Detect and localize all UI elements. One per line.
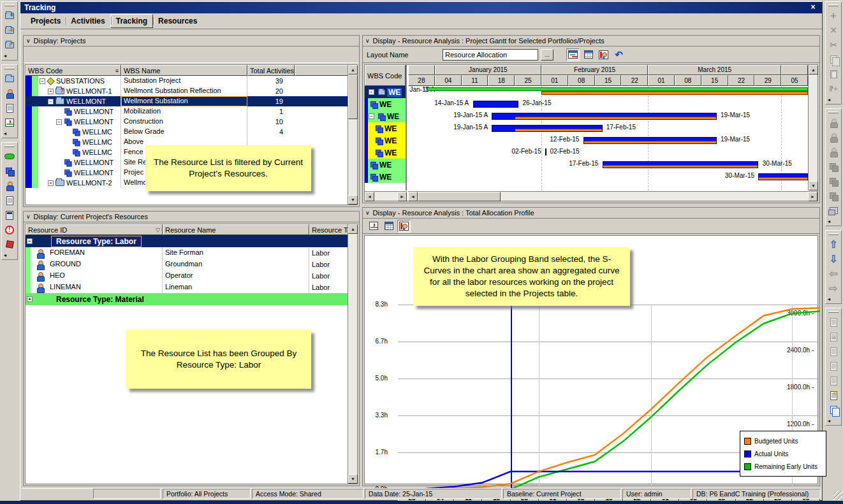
undo-button[interactable]: ↶: [612, 48, 626, 61]
timeline-week[interactable]: 01: [541, 75, 568, 86]
copy-picture-button[interactable]: [826, 403, 840, 417]
new-project-button[interactable]: +: [3, 9, 17, 22]
scroll-up-icon[interactable]: ▲: [348, 224, 358, 234]
timeline-week[interactable]: 22: [621, 75, 648, 86]
timeline-week[interactable]: 15: [595, 75, 622, 86]
timeline-week[interactable]: 15: [701, 75, 728, 86]
toolbar-collapse-icon[interactable]: ◂: [2, 53, 17, 59]
report-2-button[interactable]: ➜: [826, 330, 840, 343]
assign-activity-codes-button[interactable]: ➜: [826, 160, 840, 173]
scroll-thumb[interactable]: [348, 75, 358, 119]
resource-profile-view-button[interactable]: [397, 220, 411, 233]
expand-icon[interactable]: +: [27, 296, 33, 302]
col-header-resource-name[interactable]: Resource Name: [163, 224, 309, 235]
spreadsheet-view-button[interactable]: [582, 48, 595, 61]
toolbar-collapse-icon[interactable]: ◂: [826, 296, 841, 303]
timeline-week[interactable]: 01: [648, 75, 675, 86]
group-band-material[interactable]: +Resource Type: Material: [26, 293, 348, 305]
resource-row-foreman[interactable]: FOREMANSite FormanLabor: [26, 247, 348, 259]
col-header-spacer[interactable]: [295, 65, 352, 76]
expand-icon[interactable]: +: [48, 180, 54, 186]
col-header-resource-id[interactable]: Resource ID▽: [26, 224, 163, 235]
expand-icon[interactable]: +: [48, 89, 54, 94]
toolbar-collapse-icon[interactable]: ◂: [826, 219, 841, 225]
gantt-view-button[interactable]: [566, 48, 580, 61]
scroll-left-icon[interactable]: ◄: [365, 192, 374, 201]
cut-button[interactable]: ✂: [826, 38, 840, 52]
resources-vertical-scrollbar[interactable]: ▲ ▼: [348, 224, 357, 484]
timeline-week[interactable]: 29: [754, 75, 781, 86]
collapse-icon[interactable]: −: [40, 78, 45, 84]
wbs-row-wellmc[interactable]: WELLMCBelow Grade4: [26, 127, 348, 137]
timeline-week[interactable]: 04: [435, 75, 462, 86]
resources-button[interactable]: [3, 87, 17, 100]
remove-resource-button[interactable]: ✕: [826, 131, 840, 144]
timeline-week[interactable]: 22: [728, 75, 755, 86]
gantt-wbs-row[interactable]: WE: [365, 159, 406, 171]
toolbar-collapse-icon[interactable]: ◂: [826, 97, 841, 103]
profile-panel-header[interactable]: ∨ Display - Resource Analysis : Total Al…: [363, 208, 819, 219]
collapse-icon[interactable]: −: [48, 99, 54, 104]
assign-role-button[interactable]: [826, 145, 840, 159]
projects-button[interactable]: [3, 72, 17, 85]
open-project-button[interactable]: ➜: [3, 24, 17, 37]
filter-icon[interactable]: ▽: [156, 227, 160, 233]
report-wizard-button[interactable]: ★: [826, 389, 840, 402]
timeline-week[interactable]: 28: [408, 75, 435, 86]
timeline-week[interactable]: 11: [462, 75, 488, 86]
export-project-button[interactable]: ↱: [3, 38, 17, 52]
scroll-up-icon[interactable]: ▲: [348, 65, 358, 75]
wbs-row-substations[interactable]: −SUBSTATIONSSubstation Project39: [26, 76, 348, 86]
resize-grip[interactable]: [833, 491, 842, 500]
tab-projects[interactable]: Projects: [26, 15, 66, 27]
move-down-button[interactable]: ⇩: [826, 252, 840, 266]
cost-calculator-button[interactable]: [3, 208, 17, 222]
gantt-bar-row[interactable]: 19-Jan-15 A17-Feb-15: [408, 122, 808, 134]
insert-button[interactable]: ⁋+: [826, 82, 840, 96]
issues-button[interactable]: !: [3, 223, 17, 236]
tab-activities[interactable]: Activities: [66, 15, 110, 27]
chart-view-button[interactable]: [367, 220, 380, 233]
report-4-button[interactable]: [826, 359, 840, 373]
timeline-week[interactable]: 25: [515, 75, 541, 86]
timeline-week[interactable]: 08: [675, 75, 701, 86]
timeline-week[interactable]: 18: [488, 75, 515, 86]
move-left-button[interactable]: ⇦: [826, 267, 840, 280]
gantt-wbs-row[interactable]: WE: [365, 171, 406, 183]
gantt-wbs-row[interactable]: −WE: [365, 110, 406, 122]
gantt-bar-row[interactable]: 17-Feb-1530-Mar-15: [408, 159, 808, 171]
activities-button[interactable]: [3, 150, 17, 163]
wbs-row-wellmont-1[interactable]: +?WELLMONT-1Wellmont Substation Reflecti…: [26, 86, 348, 96]
gantt-bar-row[interactable]: 30-Mar-15: [408, 171, 808, 183]
assign-successor-button[interactable]: ↦: [826, 189, 840, 203]
report-3-button[interactable]: [826, 345, 840, 358]
spreadsheet-view-button[interactable]: [382, 220, 395, 233]
tab-tracking[interactable]: Tracking: [110, 14, 153, 28]
gantt-bar-row[interactable]: 02-Feb-1502-Feb-15: [408, 147, 808, 159]
scroll-thumb[interactable]: [418, 192, 501, 201]
timeline-month[interactable]: March 2015: [648, 65, 781, 75]
toolbar-collapse-icon[interactable]: ◂: [826, 418, 841, 424]
resource-row-heo[interactable]: HEOOperatorLabor: [26, 270, 348, 282]
scroll-right-icon[interactable]: ►: [808, 192, 817, 201]
gantt-bar-row[interactable]: Jan-15 A▽: [408, 86, 808, 98]
toolbar-collapse-icon[interactable]: ◂: [2, 252, 17, 259]
delete-button[interactable]: ✕: [826, 24, 840, 37]
scroll-right-icon[interactable]: ►: [397, 192, 407, 201]
report-1-button[interactable]: [826, 315, 840, 329]
gantt-vertical-scrollbar[interactable]: ▲ ▼: [808, 65, 817, 191]
move-up-button[interactable]: ⇧: [826, 238, 840, 251]
resource-view-button[interactable]: [597, 48, 610, 61]
scroll-down-icon[interactable]: ▼: [348, 195, 358, 205]
group-band-labor[interactable]: −Resource Type: Labor: [26, 235, 348, 247]
timeline-month[interactable]: January 2015: [435, 65, 541, 75]
resource-row-ground[interactable]: GROUNDGroundmanLabor: [26, 259, 348, 270]
collapse-icon[interactable]: −: [369, 113, 374, 119]
scroll-left-icon[interactable]: ◄: [408, 192, 418, 201]
gantt-wbs-row[interactable]: WE: [365, 122, 406, 134]
projects-vertical-scrollbar[interactable]: ▲ ▼: [348, 65, 357, 205]
assign-resource-button[interactable]: [826, 116, 840, 129]
wbs-button[interactable]: [3, 164, 17, 178]
resource-row-lineman[interactable]: LINEMANLinemanLabor: [26, 282, 348, 293]
gantt-wbs-row[interactable]: WE: [365, 134, 406, 147]
